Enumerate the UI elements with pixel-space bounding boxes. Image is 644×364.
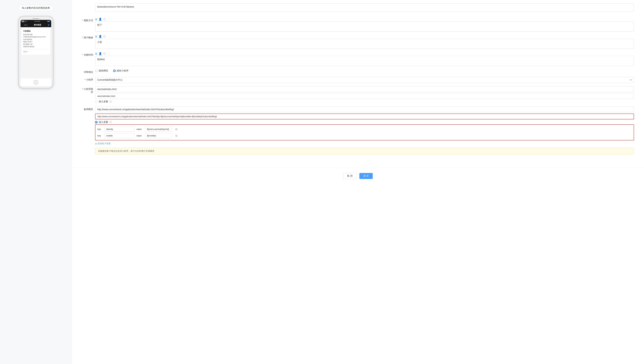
backup-url-content: http://www.convertwork.cn/application/we… — [95, 107, 634, 154]
var-value-label-1: value — [136, 128, 143, 130]
username-value: 小雷 — [95, 39, 634, 49]
mini-program-row: 小程序 Convertlab研发能力中心 ▼ — [82, 77, 634, 83]
username-icons: ⊞ 👤 ⓘ — [95, 35, 634, 38]
mini-program-path-insert-checkbox[interactable] — [95, 101, 98, 103]
mini-program-label: 小程序 — [82, 77, 95, 81]
mini-program-path-row: 小程序路径 /wechat/index.html 插入变量 ⓘ — [82, 86, 634, 103]
detail-address-row: 详情地址 跳转网页 跳转小程序 — [82, 69, 634, 74]
backup-url-checkbox-row: 插入变量 ⓘ — [95, 121, 634, 124]
backup-url-input[interactable] — [95, 107, 634, 112]
add-var-icon: ⊕ — [95, 142, 97, 145]
copy-icon-collect[interactable]: ⊞ — [95, 18, 97, 21]
add-var-link[interactable]: ⊕ 添加客户变量 — [95, 142, 634, 145]
var-row-1: key value ⊖ — [98, 127, 632, 132]
radio-miniprogram-label: 跳转小程序 — [117, 69, 128, 72]
phone-detail-link[interactable]: 详情 > — [23, 51, 48, 53]
mini-program-select[interactable]: Convertlab研发能力中心 — [95, 77, 634, 83]
backup-url-insert-label: 插入变量 — [99, 121, 108, 124]
preview-btn[interactable]: 加上参数内容后的预览效果 — [18, 5, 54, 11]
var-row-2: key value ⊖ — [98, 133, 632, 138]
collect-method-icons: ⊞ 👤 ⓘ — [95, 18, 634, 21]
redeem-time-icons: ⊞ 👤 ⓘ — [95, 52, 634, 55]
save-button[interactable]: 保 存 — [359, 173, 373, 179]
mini-program-path-insert-label: 插入变量 — [99, 100, 108, 103]
template-row: ${date}${nickName!"DM HUB"}${date} — [82, 3, 634, 14]
phone-line-3: HUB"}${date} — [23, 38, 48, 41]
warning-box: 旧版微信客户端无法支持小程序，用户点击时将打开该网页 — [95, 148, 634, 154]
backup-url-info-icon[interactable]: ⓘ — [110, 121, 112, 124]
phone-line-1: 奖品名称:名称 — [23, 33, 48, 36]
username-label: 用户昵称 — [82, 35, 95, 39]
var-key-label-1: key — [98, 128, 102, 130]
username-content: ⊞ 👤 ⓘ 小雷 — [95, 35, 634, 49]
radio-web[interactable]: 跳转网页 — [95, 69, 108, 72]
var-value-input-1[interactable] — [145, 127, 172, 132]
user-icon-collect[interactable]: 👤 — [98, 18, 102, 21]
bottom-actions: 取 消 保 存 — [72, 168, 644, 186]
phone-notice-title: 中奖通知 — [23, 30, 48, 32]
mini-program-content: Convertlab研发能力中心 ▼ — [95, 77, 634, 83]
phone-line-2: 中奖时间:${date}${nickName!"DM — [23, 36, 48, 38]
info-icon-username[interactable]: ⓘ — [103, 35, 106, 38]
backup-url-display: http://www.convertwork.cn/application/we… — [95, 114, 634, 119]
radio-miniprogram-circle[interactable] — [113, 70, 116, 72]
right-panel: ${date}${nickName!"DM HUB"}${date} 领取方式 … — [72, 0, 644, 364]
var-value-input-2[interactable] — [145, 133, 172, 138]
template-label — [82, 3, 95, 5]
redeem-time-value: ${date} — [95, 56, 634, 66]
phone-top — [20, 18, 51, 19]
phone-back-btn[interactable]: 〈 微信 — [22, 24, 28, 26]
phone-home-btn[interactable] — [34, 80, 38, 85]
copy-icon-username[interactable]: ⊞ — [95, 35, 97, 38]
collect-method-label: 领取方式 — [82, 18, 95, 22]
mini-program-path-label: 小程序路径 — [82, 86, 95, 94]
battery-icon: ■■■ — [48, 21, 50, 22]
mini-program-select-wrapper: Convertlab研发能力中心 ▼ — [95, 77, 634, 83]
redeem-time-content: ⊞ 👤 ⓘ ${date} — [95, 52, 634, 66]
info-icon-collect[interactable]: ⓘ — [103, 18, 106, 21]
phone-content: 中奖通知 奖品名称:名称 中奖时间:${date}${nickName!"DM … — [20, 28, 51, 78]
cancel-button[interactable]: 取 消 — [343, 173, 357, 179]
redeem-time-label: 兑换时间 — [82, 52, 95, 57]
phone-nav-bar: 〈 微信 桦洋商贸 👤 — [20, 23, 51, 27]
var-value-label-2: value — [136, 134, 143, 137]
template-text-display: ${date}${nickName!"DM HUB"}${date} — [95, 3, 634, 12]
phone-divider — [23, 49, 48, 49]
collect-method-row: 领取方式 ⊞ 👤 ⓘ 线下 — [82, 18, 634, 32]
var-delete-btn-1[interactable]: ⊖ — [175, 127, 178, 131]
mini-program-path-input[interactable] — [95, 86, 634, 92]
radio-miniprogram[interactable]: 跳转小程序 — [113, 69, 128, 72]
var-key-input-1[interactable] — [104, 127, 134, 132]
time-display: 10:34 AM — [34, 21, 40, 22]
detail-address-radio-group: 跳转网页 跳转小程序 — [95, 69, 634, 72]
signal-icon: ▌▌▌ 4G — [22, 21, 27, 22]
phone-bottom — [20, 78, 51, 86]
user-icon-username[interactable]: 👤 — [98, 35, 102, 38]
radio-web-label: 跳转网页 — [99, 69, 108, 72]
detail-address-content: 跳转网页 跳转小程序 — [95, 69, 634, 72]
redeem-time-row: 兑换时间 ⊞ 👤 ⓘ ${date} — [82, 52, 634, 66]
user-icon-redeem[interactable]: 👤 — [98, 52, 102, 55]
var-key-input-2[interactable] — [104, 133, 134, 138]
backup-url-insert-checkbox[interactable] — [95, 121, 98, 123]
mini-program-path-checkbox-row: 插入变量 ⓘ — [95, 100, 634, 103]
collect-method-value: 线下 — [95, 22, 634, 32]
mini-program-path-info-icon[interactable]: ⓘ — [110, 100, 112, 103]
phone-line-6: 兑换时间:${date} — [23, 46, 48, 48]
phone-mockup: ▌▌▌ 4G 10:34 AM ■■■ 〈 微信 桦洋商贸 👤 中奖通知 奖品名… — [18, 16, 54, 89]
collect-method-content: ⊞ 👤 ⓘ 线下 — [95, 18, 634, 32]
add-var-label: 添加客户变量 — [98, 142, 110, 145]
left-panel: 加上参数内容后的预览效果 ▌▌▌ 4G 10:34 AM ■■■ 〈 微信 桦洋… — [0, 0, 72, 364]
phone-title: 桦洋商贸 — [34, 24, 41, 26]
phone-status-bar: ▌▌▌ 4G 10:34 AM ■■■ — [20, 20, 51, 23]
phone-screen: ▌▌▌ 4G 10:34 AM ■■■ 〈 微信 桦洋商贸 👤 中奖通知 奖品名… — [20, 20, 51, 86]
phone-profile-icon: 👤 — [48, 24, 50, 26]
info-icon-redeem[interactable]: ⓘ — [103, 52, 106, 55]
radio-web-circle[interactable] — [95, 70, 98, 72]
var-delete-btn-2[interactable]: ⊖ — [175, 134, 178, 138]
copy-icon-redeem[interactable]: ⊞ — [95, 52, 97, 55]
mini-program-path-display: /wechat/index.html — [95, 93, 634, 99]
mini-program-path-content: /wechat/index.html 插入变量 ⓘ — [95, 86, 634, 103]
phone-line-5: 用户昵称:小雷 — [23, 43, 48, 46]
detail-address-label: 详情地址 — [82, 69, 95, 74]
